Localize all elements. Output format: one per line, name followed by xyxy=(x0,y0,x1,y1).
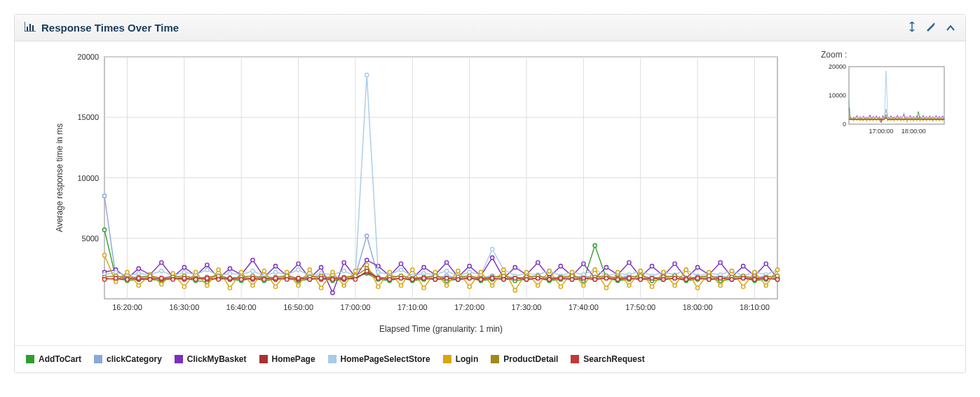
svg-point-386 xyxy=(650,285,653,288)
svg-point-198 xyxy=(559,264,562,268)
svg-point-464 xyxy=(171,278,175,281)
svg-point-502 xyxy=(604,276,608,280)
svg-point-383 xyxy=(616,270,620,274)
svg-point-487 xyxy=(433,278,437,281)
svg-point-500 xyxy=(582,276,585,280)
svg-point-181 xyxy=(365,258,369,262)
svg-point-495 xyxy=(524,278,528,281)
svg-point-345 xyxy=(182,285,186,288)
svg-point-344 xyxy=(171,271,175,275)
svg-point-279 xyxy=(114,270,118,274)
svg-point-488 xyxy=(445,276,449,280)
svg-point-393 xyxy=(730,269,733,273)
svg-text:10000: 10000 xyxy=(829,92,846,99)
zoom-panel: Zoom : 0100002000017:00:0018:00:00 xyxy=(821,50,954,339)
svg-point-491 xyxy=(479,278,482,281)
legend-label: HomePageSelectStore xyxy=(341,354,430,364)
svg-point-338 xyxy=(102,253,106,257)
svg-point-477 xyxy=(320,276,323,280)
svg-point-291 xyxy=(251,269,254,273)
svg-point-206 xyxy=(650,264,653,268)
legend-item[interactable]: HomePage xyxy=(259,354,315,364)
svg-point-367 xyxy=(433,270,437,274)
svg-text:10000: 10000 xyxy=(77,174,99,182)
svg-point-359 xyxy=(342,283,346,287)
svg-text:16:20:00: 16:20:00 xyxy=(112,303,142,311)
legend-item[interactable]: AddToCart xyxy=(26,354,81,364)
legend-item[interactable]: HomePageSelectStore xyxy=(328,354,430,364)
svg-point-173 xyxy=(273,264,277,268)
svg-point-352 xyxy=(262,269,266,273)
resize-icon[interactable] xyxy=(908,22,916,34)
svg-point-471 xyxy=(251,276,254,280)
legend-swatch xyxy=(491,355,499,363)
svg-point-177 xyxy=(320,266,323,269)
svg-point-196 xyxy=(536,261,540,264)
svg-point-390 xyxy=(696,286,700,290)
svg-point-320 xyxy=(582,273,585,276)
legend-item[interactable]: ProductDetail xyxy=(491,354,558,364)
svg-point-302 xyxy=(376,270,380,274)
svg-point-358 xyxy=(331,270,334,274)
svg-point-362 xyxy=(376,285,380,288)
svg-point-165 xyxy=(182,266,186,269)
svg-point-208 xyxy=(673,262,676,265)
svg-point-38 xyxy=(102,228,106,231)
svg-point-285 xyxy=(182,270,186,274)
svg-point-408 xyxy=(217,274,220,278)
zoom-chart[interactable]: 0100002000017:00:0018:00:00 xyxy=(821,64,947,141)
svg-point-376 xyxy=(536,283,540,287)
svg-point-161 xyxy=(137,267,140,270)
svg-point-175 xyxy=(297,262,300,265)
svg-point-171 xyxy=(251,258,254,262)
svg-point-504 xyxy=(627,276,631,280)
svg-point-301 xyxy=(365,73,369,76)
svg-point-476 xyxy=(308,278,311,281)
svg-text:17:00:00: 17:00:00 xyxy=(341,303,371,311)
svg-point-98 xyxy=(102,194,106,198)
svg-point-513 xyxy=(730,278,733,281)
svg-point-494 xyxy=(513,276,517,280)
svg-text:20000: 20000 xyxy=(77,53,99,61)
svg-point-466 xyxy=(194,278,198,281)
svg-point-384 xyxy=(627,283,631,287)
svg-point-214 xyxy=(742,264,745,268)
svg-point-341 xyxy=(137,283,140,287)
svg-point-492 xyxy=(491,276,494,280)
svg-point-121 xyxy=(365,234,369,238)
response-times-panel: Response Times Over Time 500010000150002… xyxy=(14,14,966,373)
svg-rect-1 xyxy=(29,24,31,31)
collapse-icon[interactable] xyxy=(946,22,955,34)
svg-point-346 xyxy=(194,270,198,274)
legend-item[interactable]: SearchRequest xyxy=(571,354,644,364)
svg-point-354 xyxy=(285,270,289,274)
svg-text:18:00:00: 18:00:00 xyxy=(683,303,713,311)
settings-icon[interactable] xyxy=(926,22,936,34)
svg-text:17:50:00: 17:50:00 xyxy=(625,303,655,311)
svg-point-351 xyxy=(251,283,254,287)
svg-point-304 xyxy=(399,268,402,271)
svg-point-202 xyxy=(604,266,608,269)
svg-point-81 xyxy=(593,244,597,248)
legend-item[interactable]: clickCategory xyxy=(94,354,162,364)
svg-point-339 xyxy=(114,280,118,283)
legend-label: Login xyxy=(456,354,479,364)
svg-point-389 xyxy=(684,268,688,271)
main-chart[interactable]: 500010000150002000016:20:0016:30:0016:40… xyxy=(26,50,807,339)
svg-point-295 xyxy=(297,268,300,271)
svg-point-377 xyxy=(547,269,551,273)
svg-point-484 xyxy=(399,276,402,280)
svg-point-473 xyxy=(273,276,277,280)
legend-item[interactable]: Login xyxy=(443,354,479,364)
svg-point-363 xyxy=(388,270,391,274)
svg-point-516 xyxy=(764,276,768,280)
svg-point-420 xyxy=(353,274,357,278)
svg-point-479 xyxy=(342,276,346,280)
svg-point-397 xyxy=(775,268,779,271)
legend-item[interactable]: ClickMyBasket xyxy=(175,354,247,364)
legend-swatch xyxy=(175,355,183,363)
svg-point-501 xyxy=(593,278,597,281)
svg-point-509 xyxy=(684,278,688,281)
svg-point-361 xyxy=(365,263,369,267)
svg-point-382 xyxy=(604,286,608,290)
